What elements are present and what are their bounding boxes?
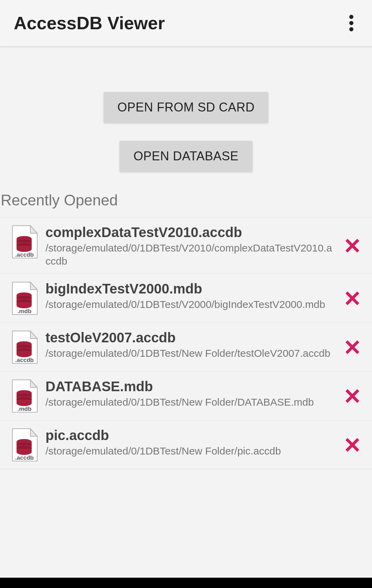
overflow-menu-button[interactable] <box>341 13 362 33</box>
delete-button[interactable] <box>340 384 364 408</box>
database-file-icon: .accdb <box>10 428 39 462</box>
svg-text:.mdb: .mdb <box>18 308 32 314</box>
delete-button[interactable] <box>340 335 364 359</box>
file-name: pic.accdb <box>45 427 337 443</box>
file-row[interactable]: .accdb pic.accdb /storage/emulated/0/1DB… <box>0 420 372 469</box>
svg-point-1 <box>349 21 353 25</box>
file-name: complexDataTestV2010.accdb <box>45 224 337 240</box>
file-path: /storage/emulated/0/1DBTest/V2000/bigInd… <box>45 298 337 311</box>
svg-point-2 <box>349 27 353 31</box>
close-icon <box>344 290 361 307</box>
svg-text:.accdb: .accdb <box>15 252 34 258</box>
database-file-icon: .mdb <box>10 379 39 414</box>
close-icon <box>344 388 361 404</box>
app-bar: AccessDB Viewer <box>0 0 372 46</box>
file-info: testOleV2007.accdb /storage/emulated/0/1… <box>45 329 337 360</box>
recently-opened-heading: Recently Opened <box>0 172 372 217</box>
svg-text:.accdb: .accdb <box>15 455 34 461</box>
close-icon <box>344 339 361 355</box>
delete-button[interactable] <box>340 433 364 457</box>
file-row[interactable]: .mdb DATABASE.mdb /storage/emulated/0/1D… <box>0 372 372 420</box>
system-nav-bar <box>0 578 372 588</box>
file-path: /storage/emulated/0/1DBTest/New Folder/p… <box>45 445 337 458</box>
close-icon <box>344 237 361 254</box>
file-info: bigIndexTestV2000.mdb /storage/emulated/… <box>45 280 337 311</box>
svg-point-0 <box>349 15 353 19</box>
open-from-sd-card-button[interactable]: OPEN FROM SD CARD <box>104 92 269 123</box>
recent-file-list: .accdb complexDataTestV2010.accdb /stora… <box>0 217 372 469</box>
app-title: AccessDB Viewer <box>14 13 165 33</box>
database-file-icon: .accdb <box>10 330 39 365</box>
open-database-button[interactable]: OPEN DATABASE <box>120 141 252 172</box>
close-icon <box>344 437 361 453</box>
file-path: /storage/emulated/0/1DBTest/New Folder/D… <box>45 396 337 409</box>
file-name: testOleV2007.accdb <box>45 330 337 345</box>
file-row[interactable]: .mdb bigIndexTestV2000.mdb /storage/emul… <box>0 274 372 323</box>
file-name: DATABASE.mdb <box>45 378 337 394</box>
file-row[interactable]: .accdb complexDataTestV2010.accdb /stora… <box>0 217 372 274</box>
action-area: OPEN FROM SD CARD OPEN DATABASE <box>0 46 372 172</box>
file-path: /storage/emulated/0/1DBTest/V2010/comple… <box>45 242 337 267</box>
file-row[interactable]: .accdb testOleV2007.accdb /storage/emula… <box>0 323 372 372</box>
file-info: complexDataTestV2010.accdb /storage/emul… <box>45 224 337 267</box>
svg-text:.accdb: .accdb <box>15 357 34 363</box>
file-path: /storage/emulated/0/1DBTest/New Folder/t… <box>45 347 337 360</box>
database-file-icon: .accdb <box>10 225 39 259</box>
file-name: bigIndexTestV2000.mdb <box>45 281 337 297</box>
delete-button[interactable] <box>340 286 364 310</box>
file-info: pic.accdb /storage/emulated/0/1DBTest/Ne… <box>45 427 337 458</box>
database-file-icon: .mdb <box>10 281 39 316</box>
file-info: DATABASE.mdb /storage/emulated/0/1DBTest… <box>45 378 337 409</box>
delete-button[interactable] <box>340 234 364 258</box>
svg-text:.mdb: .mdb <box>18 406 32 412</box>
more-vert-icon <box>349 15 353 31</box>
